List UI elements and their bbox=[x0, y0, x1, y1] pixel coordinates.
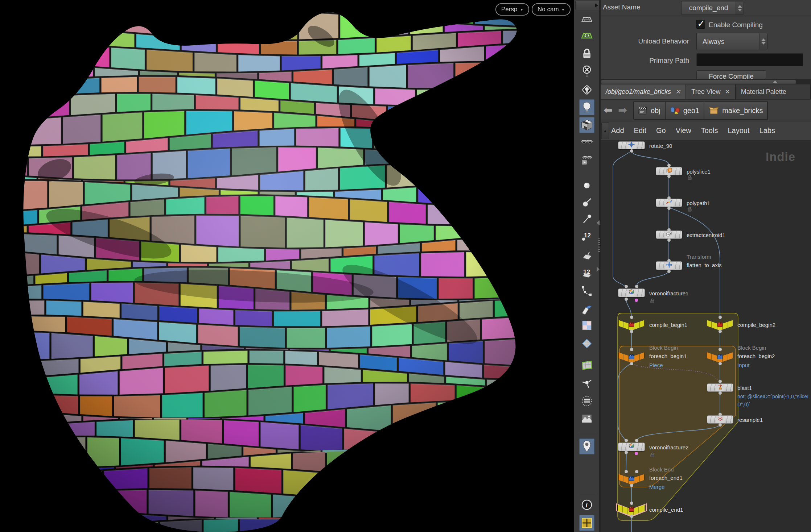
visualizers-pin-icon[interactable] bbox=[579, 439, 594, 454]
menu-edit[interactable]: Edit bbox=[634, 126, 646, 135]
forward-arrow-icon[interactable]: ➡ bbox=[618, 105, 627, 116]
scrollbar-thumb[interactable] bbox=[601, 80, 796, 84]
menu-add[interactable]: Add bbox=[611, 126, 624, 135]
node-connector[interactable] bbox=[625, 470, 628, 473]
node-connector[interactable] bbox=[719, 413, 722, 416]
point-normals-icon[interactable] bbox=[579, 194, 594, 210]
grid-overlay-icon[interactable] bbox=[579, 515, 594, 531]
spinner-icon[interactable] bbox=[759, 33, 767, 50]
enable-compiling-checkbox[interactable]: ✓ bbox=[696, 20, 705, 29]
close-icon[interactable]: ✕ bbox=[675, 88, 680, 96]
prim-normals-icon[interactable] bbox=[579, 248, 594, 263]
back-arrow-icon[interactable]: ⬅ bbox=[604, 105, 613, 116]
node-connector[interactable] bbox=[630, 348, 633, 351]
node-connector[interactable] bbox=[667, 196, 671, 200]
show-hulls-icon[interactable] bbox=[579, 283, 594, 299]
construction-plane-icon[interactable] bbox=[579, 12, 594, 28]
node-connector[interactable] bbox=[667, 259, 671, 262]
volume-disc-icon[interactable] bbox=[579, 393, 594, 409]
node-foreach_begin2[interactable] bbox=[707, 352, 733, 363]
node-connector[interactable] bbox=[719, 316, 722, 319]
node-connector[interactable] bbox=[667, 270, 671, 273]
node-connector[interactable] bbox=[625, 298, 628, 301]
menu-labs[interactable]: Labs bbox=[759, 126, 775, 135]
default-lighting-icon[interactable] bbox=[579, 82, 594, 98]
breadcrumb-segment-geo1[interactable]: geo1 bbox=[666, 102, 705, 119]
camera-select-button[interactable]: No cam ▼ bbox=[532, 3, 571, 16]
network-editor[interactable]: Indie rotate_90polyslice1polypath1extrac… bbox=[601, 140, 811, 532]
tab--obj-geo1-make-bricks[interactable]: /obj/geo1/make_bricks✕ bbox=[601, 84, 686, 99]
prim-numbers-icon[interactable]: 12 bbox=[579, 266, 594, 282]
info-icon[interactable]: i bbox=[579, 497, 594, 513]
menu-tools[interactable]: Tools bbox=[701, 126, 718, 135]
node-connector[interactable] bbox=[625, 439, 628, 442]
brick-pighead-model[interactable] bbox=[0, 0, 574, 532]
menu-view[interactable]: View bbox=[676, 126, 691, 135]
show-points-icon[interactable] bbox=[579, 178, 594, 194]
flipbook-icon[interactable] bbox=[579, 153, 594, 169]
splitter-drag-handle[interactable] bbox=[598, 238, 600, 253]
asset-name-dropdown[interactable]: compile_end bbox=[681, 1, 744, 15]
high-quality-lighting-icon[interactable] bbox=[579, 99, 594, 115]
node-connector[interactable] bbox=[667, 175, 671, 178]
node-connector[interactable] bbox=[719, 362, 722, 365]
node-connector[interactable] bbox=[630, 330, 633, 333]
node-flatten_to_axis[interactable] bbox=[656, 261, 682, 270]
menu-collapse-button[interactable]: ▲ bbox=[601, 122, 609, 139]
smooth-shade-icon[interactable] bbox=[579, 336, 594, 352]
node-connector[interactable] bbox=[667, 207, 671, 210]
particle-axis-icon[interactable] bbox=[579, 375, 594, 391]
texture-checker-icon[interactable] bbox=[579, 317, 594, 333]
expand-up-icon[interactable] bbox=[773, 80, 778, 83]
node-connector[interactable] bbox=[635, 439, 638, 442]
point-numbers-icon[interactable]: 12 bbox=[579, 229, 594, 245]
node-connector[interactable] bbox=[630, 316, 633, 319]
node-connector[interactable] bbox=[630, 515, 633, 518]
tab-tree-view[interactable]: Tree View✕ bbox=[686, 84, 736, 99]
node-connector[interactable] bbox=[719, 423, 722, 427]
node-resample1[interactable] bbox=[707, 415, 733, 424]
scene-viewport[interactable]: Persp ▼ No cam ▼ bbox=[0, 0, 574, 532]
node-connector[interactable] bbox=[630, 484, 633, 487]
breadcrumb-segment-obj[interactable]: obj bbox=[634, 102, 666, 119]
headlight-icon[interactable] bbox=[579, 63, 594, 79]
spinner-icon[interactable] bbox=[736, 1, 744, 14]
node-connector[interactable] bbox=[667, 238, 671, 242]
node-compile_begin1[interactable] bbox=[618, 319, 645, 331]
node-voronoifracture2[interactable] bbox=[618, 442, 645, 451]
hq-shadows-icon[interactable] bbox=[579, 117, 594, 133]
node-connector[interactable] bbox=[719, 348, 722, 351]
node-connector[interactable] bbox=[625, 451, 628, 454]
tab-material-palette[interactable]: Material Palette bbox=[736, 84, 811, 99]
splitter-collapse-right-icon[interactable] bbox=[597, 267, 600, 272]
node-connector[interactable] bbox=[630, 502, 633, 505]
splitter-collapse-left-icon[interactable] bbox=[597, 220, 600, 225]
snap-grid-icon[interactable] bbox=[579, 28, 594, 44]
node-connector[interactable] bbox=[625, 285, 628, 288]
perspective-view-button[interactable]: Persp ▼ bbox=[495, 3, 529, 16]
parameter-scrollbar[interactable] bbox=[601, 79, 811, 84]
node-connector[interactable] bbox=[635, 285, 638, 288]
node-connector[interactable] bbox=[635, 470, 638, 473]
primary-path-input[interactable] bbox=[696, 53, 803, 66]
node-connector[interactable] bbox=[667, 228, 671, 232]
menu-layout[interactable]: Layout bbox=[728, 126, 749, 135]
display-options-icon[interactable] bbox=[579, 135, 594, 151]
node-connector[interactable] bbox=[719, 330, 722, 333]
node-rotate_90[interactable] bbox=[618, 141, 645, 149]
node-extractcentroid1[interactable] bbox=[656, 230, 682, 239]
backface-icon[interactable] bbox=[579, 302, 594, 318]
background-image-icon[interactable] bbox=[579, 411, 594, 427]
bypass-flag-dot[interactable] bbox=[635, 299, 638, 302]
close-icon[interactable]: ✕ bbox=[725, 88, 730, 96]
node-connector[interactable] bbox=[719, 391, 722, 395]
node-connector[interactable] bbox=[630, 362, 633, 365]
toolbar-flyout-button[interactable] bbox=[575, 1, 600, 10]
lock-icon[interactable] bbox=[579, 46, 594, 62]
force-compile-button[interactable]: Force Compile bbox=[696, 70, 766, 79]
node-polyslice1[interactable] bbox=[656, 167, 682, 175]
node-connector[interactable] bbox=[630, 149, 633, 153]
node-connector[interactable] bbox=[667, 164, 671, 167]
node-polypath1[interactable] bbox=[656, 199, 682, 207]
node-foreach_begin1[interactable] bbox=[618, 352, 645, 363]
